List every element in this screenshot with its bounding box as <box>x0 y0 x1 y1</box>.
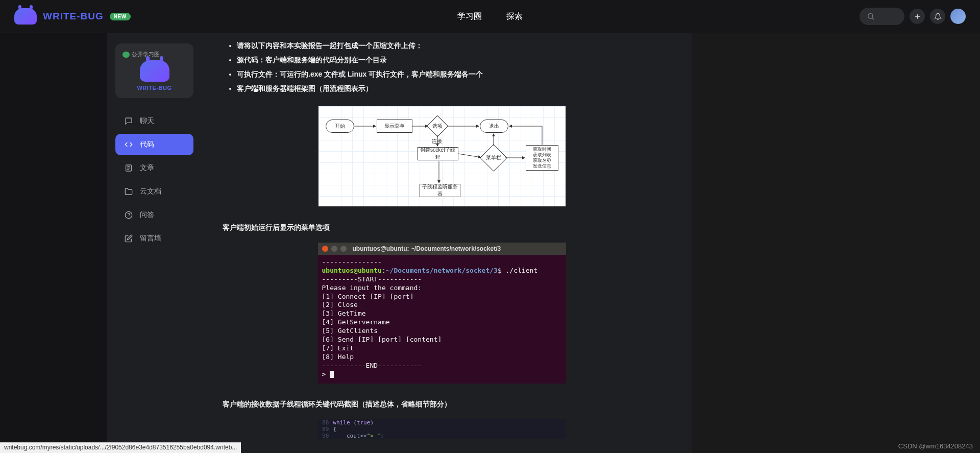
svg-line-14 <box>458 154 481 157</box>
term-line: [7] Exit <box>322 344 562 353</box>
heading-menu: 客户端初始运行后显示的菜单选项 <box>212 217 671 239</box>
sidebar-item-label: 云文档 <box>140 187 161 196</box>
term-line: [8] Help <box>322 353 562 362</box>
max-dot-icon <box>340 246 347 252</box>
term-line: -----------END----------- <box>322 362 562 370</box>
article-body: 请将以下内容和本实验报告一起打包成一个压缩文件上传： 源代码：客户端和服务端的代… <box>202 33 692 453</box>
svg-point-0 <box>868 14 873 18</box>
term-path: ~/Documents/network/socket/3 <box>386 267 498 274</box>
terminal-body: --------------- ubuntuos@ubuntu:~/Docume… <box>318 255 566 384</box>
question-icon <box>125 211 133 219</box>
brand[interactable]: WRITE-BUG NEW <box>14 8 131 25</box>
brand-text: WRITE-BUG <box>43 11 104 22</box>
term-line: [6] Send [IP] [port] [content] <box>322 336 562 344</box>
term-line: [5] GetClients <box>322 327 562 336</box>
term-cmd: ./client <box>506 267 538 274</box>
code-icon <box>125 140 133 149</box>
sidebar-item-wall[interactable]: 留言墙 <box>115 228 193 249</box>
status-bar: writebug.com/myres/static/uploads/.../2f… <box>0 442 241 453</box>
sidebar-item-label: 留言墙 <box>140 234 161 243</box>
requirement-list: 请将以下内容和本实验报告一起打包成一个压缩文件上传： 源代码：客户端和服务端的代… <box>212 38 671 96</box>
terminal-screenshot: ubuntuos@ubuntu: ~/Documents/network/soc… <box>318 243 566 384</box>
search-input[interactable] <box>860 8 904 25</box>
sidebar-item-chat[interactable]: 聊天 <box>115 110 193 132</box>
terminal-title: ubuntuos@ubuntu: ~/Documents/network/soc… <box>353 245 501 252</box>
svg-line-1 <box>872 18 874 19</box>
term-line: ---------START----------- <box>322 275 562 284</box>
nav-explore[interactable]: 探索 <box>506 11 523 22</box>
sidebar-item-docs[interactable]: 云文档 <box>115 181 193 202</box>
term-line: Please input the command: <box>322 284 562 293</box>
server-rail <box>0 33 107 453</box>
logo-icon <box>14 8 37 25</box>
term-line: [4] GetServername <box>322 318 562 327</box>
term-prompt2: > <box>322 370 330 378</box>
plus-icon <box>914 13 921 20</box>
sidebar-item-label: 代码 <box>140 140 154 149</box>
avatar[interactable] <box>950 9 966 24</box>
cursor-icon <box>330 371 334 378</box>
new-badge: NEW <box>110 13 131 20</box>
term-line: [3] GetTime <box>322 309 562 318</box>
list-item: 请将以下内容和本实验报告一起打包成一个压缩文件上传： <box>237 38 671 53</box>
left-panel: 公开学习圈 WRITE-BUG 聊天 代码 文章 云文档 问答 留言墙 <box>107 33 202 453</box>
card-brand: WRITE-BUG <box>137 85 172 91</box>
term-line: [1] Connect [IP] [port] <box>322 293 562 301</box>
close-dot-icon <box>322 246 328 252</box>
sidebar-item-label: 问答 <box>140 210 154 220</box>
heading-code: 客户端的接收数据子线程循环关键代码截图（描述总体，省略细节部分） <box>212 394 671 415</box>
study-circle-card[interactable]: 公开学习圈 WRITE-BUG <box>115 43 193 98</box>
term-line: [2] Close <box>322 301 562 309</box>
chat-icon <box>125 117 133 125</box>
terminal-titlebar: ubuntuos@ubuntu: ~/Documents/network/soc… <box>318 243 566 255</box>
search-icon <box>867 12 875 20</box>
top-header: WRITE-BUG NEW 学习圈 探索 <box>0 0 980 33</box>
list-item: 可执行文件：可运行的.exe 文件或 Linux 可执行文件，客户端和服务端各一… <box>237 67 671 81</box>
term-user: ubuntuos@ubuntu <box>322 267 382 274</box>
content: 请将以下内容和本实验报告一起打包成一个压缩文件上传： 源代码：客户端和服务端的代… <box>202 33 980 453</box>
article-icon <box>125 164 133 172</box>
top-nav: 学习圈 探索 <box>457 11 523 22</box>
code-screenshot: 88while (true) 89{ 90 cout<<"> "; <box>318 419 566 439</box>
list-item: 源代码：客户端和服务端的代码分别在一个目录 <box>237 53 671 67</box>
add-button[interactable] <box>910 9 925 24</box>
min-dot-icon <box>331 246 337 252</box>
sidebar-item-label: 聊天 <box>140 116 154 126</box>
notifications-button[interactable] <box>930 9 945 24</box>
flowchart-image: 开始 显示菜单 选项 退出 连接 创建socket子线程 菜单栏 获取时间 获取… <box>318 106 566 207</box>
bell-icon <box>934 13 942 20</box>
sidebar-item-code[interactable]: 代码 <box>115 134 193 155</box>
folder-icon <box>125 187 133 196</box>
sidebar-item-article[interactable]: 文章 <box>115 157 193 179</box>
edit-icon <box>125 234 133 243</box>
list-item: 客户端和服务器端框架图（用流程图表示） <box>237 81 671 96</box>
watermark: CSDN @wm1634208243 <box>898 442 973 450</box>
fc-arrows <box>318 106 566 206</box>
nav-study[interactable]: 学习圈 <box>457 11 482 22</box>
study-badge: 公开学习圈 <box>122 51 160 58</box>
card-logo-icon <box>140 60 169 82</box>
sidebar-item-qa[interactable]: 问答 <box>115 204 193 226</box>
sidebar-item-label: 文章 <box>140 163 154 173</box>
header-actions <box>860 8 966 25</box>
